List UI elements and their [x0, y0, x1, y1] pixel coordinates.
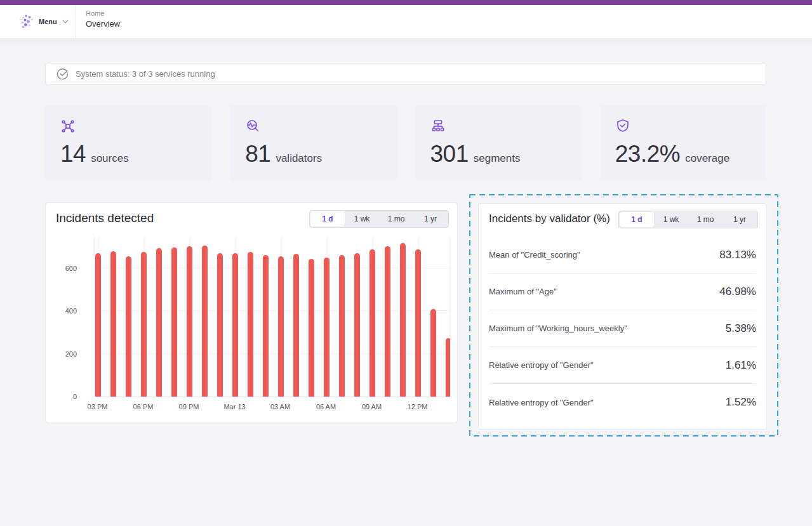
x-axis-label: 09 PM — [179, 403, 199, 411]
chart-bar — [324, 258, 329, 397]
chart-bar — [385, 246, 390, 397]
validator-row-value: 1.61% — [726, 359, 756, 372]
chart-bar — [110, 251, 116, 397]
tab-1mo[interactable]: 1 mo — [688, 212, 722, 227]
app-header: Menu Home Overview — [0, 5, 812, 39]
stat-label: segments — [474, 152, 521, 165]
stat-value: 14 — [60, 141, 86, 168]
breadcrumb[interactable]: Home — [86, 10, 120, 17]
x-axis-label: Mar 13 — [223, 403, 245, 411]
shield-check-icon — [615, 124, 630, 135]
chart-bar — [126, 256, 131, 397]
validator-row-label: Relative entropy of "Gender" — [489, 398, 594, 407]
main-content: System status: 3 of 3 services running 1… — [0, 39, 812, 526]
validator-row: Relative entropy of "Gender"1.52% — [489, 384, 756, 421]
network-nodes-icon — [60, 124, 76, 135]
tab-1wk[interactable]: 1 wk — [345, 211, 379, 227]
chart-bar — [430, 309, 436, 397]
x-axis-label: 06 PM — [133, 403, 154, 411]
stat-card-coverage: 23.2%coverage — [600, 105, 766, 181]
stat-label: coverage — [685, 152, 729, 165]
chart-bar — [217, 253, 223, 397]
incidents-range-tabs: 1 d1 wk1 mo1 yr — [309, 210, 449, 228]
stat-value: 301 — [430, 141, 469, 168]
chart-bar — [446, 338, 450, 397]
incidents-detected-panel: Incidents detected 1 d1 wk1 mo1 yr 02004… — [45, 202, 458, 423]
tab-1yr[interactable]: 1 yr — [722, 212, 757, 227]
validator-row-label: Relative entropy of "Gender" — [489, 360, 594, 370]
incidents-bar-chart — [95, 237, 450, 397]
x-axis-label: 09 AM — [362, 403, 382, 411]
chart-bar — [171, 247, 177, 397]
chart-bar — [95, 253, 101, 397]
page-title: Overview — [86, 19, 120, 29]
wave-search-icon — [245, 124, 260, 135]
chevron-down-icon — [62, 18, 69, 25]
chart-bar — [339, 255, 345, 397]
chart-bar — [415, 249, 421, 397]
chart-bar — [232, 253, 238, 397]
chart-bar — [202, 246, 208, 397]
chart-bar — [263, 255, 269, 397]
chart-bar — [400, 243, 406, 397]
stats-row: 14sources81validators301segments23.2%cov… — [45, 105, 766, 181]
stat-value: 81 — [245, 141, 270, 168]
tab-1d[interactable]: 1 d — [620, 212, 654, 227]
stat-label: validators — [276, 152, 322, 165]
x-axis-label: 12 PM — [408, 403, 428, 411]
validator-row: Mean of "Credit_scoring"83.13% — [489, 237, 756, 273]
stat-card-validators: 81validators — [230, 105, 396, 181]
validator-row-value: 5.38% — [726, 322, 756, 335]
chart-bar — [156, 248, 162, 397]
stat-label: sources — [91, 152, 129, 165]
validator-row-label: Maximum of "Age" — [489, 287, 557, 296]
tab-1yr[interactable]: 1 yr — [413, 211, 448, 227]
chart-bar — [187, 246, 192, 397]
chart-bar — [369, 249, 375, 397]
x-axis-label: 06 AM — [316, 403, 336, 411]
incidents-chart-title: Incidents detected — [56, 211, 154, 225]
y-axis-label: 0 — [49, 393, 77, 400]
validator-row: Relative entropy of "Gender"1.61% — [489, 347, 756, 384]
y-axis-label: 600 — [49, 265, 77, 272]
chart-bar — [248, 252, 253, 397]
validator-row-label: Mean of "Credit_scoring" — [489, 250, 580, 260]
system-status-text: System status: 3 of 3 services running — [76, 69, 215, 79]
validator-row: Maximum of "Working_hours_weekly"5.38% — [489, 310, 756, 347]
validator-row-label: Maximum of "Working_hours_weekly" — [489, 324, 627, 333]
highlighted-region: Incidents by validator (%) 1 d1 wk1 mo1 … — [469, 194, 778, 437]
app-logo-icon — [18, 13, 34, 30]
chart-bar — [293, 254, 299, 397]
tab-1mo[interactable]: 1 mo — [379, 211, 413, 227]
validator-range-tabs: 1 d1 wk1 mo1 yr — [618, 211, 758, 228]
chart-bar — [278, 256, 284, 397]
x-axis-label: 03 AM — [270, 403, 290, 411]
sitemap-icon — [430, 124, 446, 135]
validator-row-value: 83.13% — [719, 249, 756, 261]
tab-1d[interactable]: 1 d — [310, 211, 345, 227]
top-accent-bar — [0, 0, 812, 5]
tab-1wk[interactable]: 1 wk — [654, 212, 688, 227]
stat-card-segments: 301segments — [415, 105, 582, 181]
menu-label: Menu — [39, 18, 57, 25]
chart-bar — [141, 252, 147, 397]
menu-button[interactable]: Menu — [0, 5, 76, 38]
validator-panel-title: Incidents by validator (%) — [489, 213, 610, 225]
y-axis-label: 400 — [49, 307, 77, 315]
validator-row-value: 46.98% — [719, 286, 756, 298]
incidents-by-validator-panel: Incidents by validator (%) 1 d1 wk1 mo1 … — [478, 203, 767, 430]
stat-card-sources: 14sources — [45, 105, 211, 181]
validator-rows: Mean of "Credit_scoring"83.13%Maximum of… — [489, 237, 756, 421]
y-axis-label: 200 — [49, 350, 77, 358]
chart-bar — [309, 259, 314, 397]
chart-bar — [354, 253, 360, 397]
check-circle-icon — [57, 68, 69, 80]
system-status-bar: System status: 3 of 3 services running — [45, 63, 766, 85]
x-axis-label: 03 PM — [88, 403, 108, 411]
stat-value: 23.2% — [615, 141, 680, 168]
validator-row: Maximum of "Age"46.98% — [489, 273, 756, 310]
validator-row-value: 1.52% — [726, 396, 756, 409]
